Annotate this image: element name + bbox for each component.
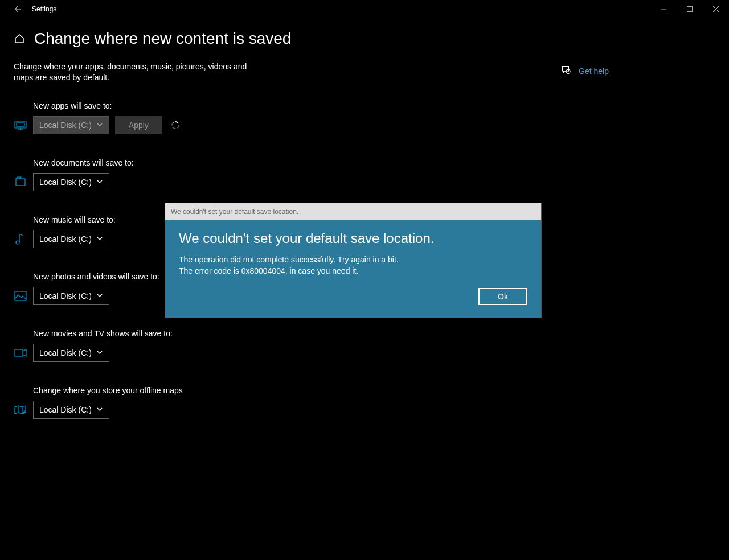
music-icon <box>14 233 27 245</box>
titlebar: Settings <box>0 0 729 18</box>
help-icon: ? <box>560 65 571 77</box>
dropdown-value: Local Disk (C:) <box>39 405 92 414</box>
row-label: New movies and TV shows will save to: <box>33 329 173 338</box>
dialog-line2: The error code is 0x80004004, in case yo… <box>179 266 527 277</box>
documents-dropdown[interactable]: Local Disk (C:) <box>33 173 109 191</box>
row-movies: New movies and TV shows will save to: Lo… <box>14 329 729 362</box>
back-button[interactable] <box>5 0 30 18</box>
page-description: Change where your apps, documents, music… <box>14 61 259 83</box>
row-maps: Change where you store your offline maps… <box>14 386 729 419</box>
svg-rect-8 <box>16 179 25 186</box>
svg-rect-10 <box>15 291 26 300</box>
dropdown-value: Local Disk (C:) <box>39 348 92 357</box>
chevron-down-icon <box>92 291 103 300</box>
row-label: New music will save to: <box>33 215 116 224</box>
dialog-line1: The operation did not complete successfu… <box>179 254 527 266</box>
photos-dropdown[interactable]: Local Disk (C:) <box>33 287 109 305</box>
apps-dropdown[interactable]: Local Disk (C:) <box>33 116 109 134</box>
row-label: New photos and videos will save to: <box>33 272 159 281</box>
close-button[interactable] <box>703 0 729 18</box>
get-help-link[interactable]: ? Get help <box>560 65 609 77</box>
maps-dropdown[interactable]: Local Disk (C:) <box>33 401 109 419</box>
chevron-down-icon <box>92 405 103 414</box>
apps-icon <box>14 120 27 131</box>
documents-icon <box>14 176 27 188</box>
dropdown-value: Local Disk (C:) <box>39 291 92 300</box>
error-dialog: We couldn't set your default save locati… <box>165 203 541 318</box>
page-title: Change where new content is saved <box>34 30 291 48</box>
spinner-icon <box>171 121 179 129</box>
dialog-titlebar: We couldn't set your default save locati… <box>165 203 541 220</box>
dropdown-value: Local Disk (C:) <box>39 178 92 187</box>
svg-rect-1 <box>687 7 693 12</box>
chevron-down-icon <box>92 348 103 357</box>
row-label: New apps will save to: <box>33 101 179 110</box>
music-dropdown[interactable]: Local Disk (C:) <box>33 230 109 248</box>
chevron-down-icon <box>92 234 103 244</box>
photos-icon <box>14 290 27 302</box>
page-header: Change where new content is saved <box>0 18 729 53</box>
dialog-message: The operation did not complete successfu… <box>179 254 527 277</box>
dropdown-value: Local Disk (C:) <box>39 234 92 244</box>
home-icon[interactable] <box>14 33 25 44</box>
video-icon <box>14 347 27 359</box>
dialog-heading: We couldn't set your default save locati… <box>179 230 527 246</box>
window-controls <box>650 0 729 18</box>
svg-rect-5 <box>17 123 24 126</box>
ok-button[interactable]: Ok <box>478 288 527 305</box>
dropdown-value: Local Disk (C:) <box>39 121 92 130</box>
apply-button[interactable]: Apply <box>115 116 162 134</box>
window-title: Settings <box>32 5 56 13</box>
help-label: Get help <box>579 67 609 76</box>
chevron-down-icon <box>92 178 103 187</box>
chevron-down-icon <box>92 121 103 130</box>
minimize-button[interactable] <box>650 0 677 18</box>
row-apps: New apps will save to: Local Disk (C:) A… <box>14 101 729 134</box>
map-icon <box>14 404 27 415</box>
maximize-button[interactable] <box>677 0 703 18</box>
row-documents: New documents will save to: Local Disk (… <box>14 158 729 191</box>
movies-dropdown[interactable]: Local Disk (C:) <box>33 344 109 362</box>
svg-rect-11 <box>15 349 23 356</box>
row-label: New documents will save to: <box>33 158 134 167</box>
svg-point-9 <box>16 241 19 244</box>
row-label: Change where you store your offline maps <box>33 386 183 395</box>
